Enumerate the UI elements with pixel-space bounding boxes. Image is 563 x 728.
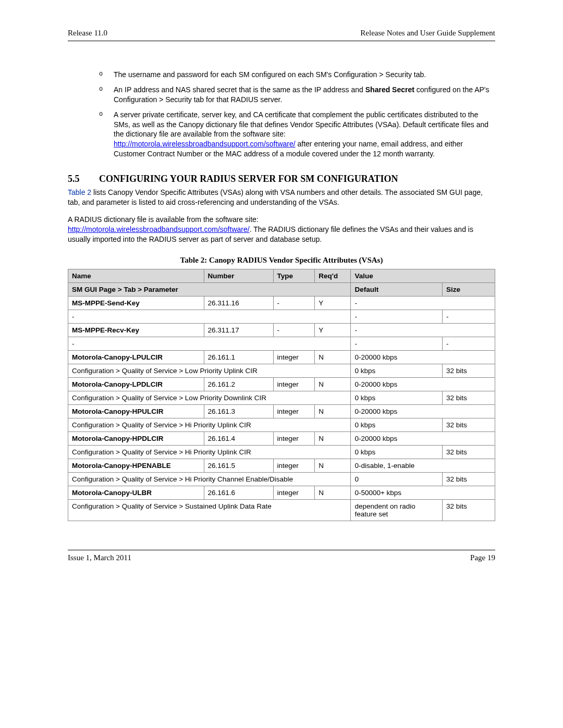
cell-size: 32 bits	[442, 472, 495, 486]
cell-value: 0-20000 kbps	[351, 350, 495, 364]
cell-path: -	[68, 337, 351, 350]
cell-name: Motorola-Canopy-HPULCIR	[68, 404, 204, 418]
cell-number: 26.161.4	[204, 431, 273, 445]
table-row: MS-MPPE-Send-Key26.311.16-Y-	[68, 296, 495, 310]
cell-reqd: N	[315, 459, 351, 472]
cell-size: 32 bits	[442, 499, 495, 521]
footer-left: Issue 1, March 2011	[68, 553, 131, 562]
bullet-list: The username and password for each SM co…	[68, 70, 495, 159]
col-header-reqd: Req'd	[315, 269, 351, 282]
table-row: Configuration > Quality of Service > Low…	[68, 364, 495, 377]
cell-number: 26.311.17	[204, 323, 273, 337]
table-reference-link[interactable]: Table 2	[68, 188, 91, 196]
cell-reqd: N	[315, 377, 351, 391]
vsa-table: Name Number Type Req'd Value SM GUI Page…	[68, 269, 495, 521]
cell-number: 26.161.2	[204, 377, 273, 391]
cell-path: Configuration > Quality of Service > Hi …	[68, 445, 351, 459]
cell-size: 32 bits	[442, 445, 495, 459]
cell-default: 0 kbps	[351, 391, 443, 404]
cell-type: -	[273, 296, 315, 310]
section-title: CONFIGURING YOUR RADIUS SERVER FOR SM CO…	[99, 174, 398, 184]
paragraph: Table 2 lists Canopy Vendor Specific Att…	[68, 188, 495, 207]
paragraph-text-pre: A RADIUS dictionary file is available fr…	[68, 215, 259, 224]
cell-number: 26.161.6	[204, 486, 273, 499]
table-row: Motorola-Canopy-ULBR26.161.6integerN0-50…	[68, 486, 495, 499]
cell-path: Configuration > Quality of Service > Low…	[68, 391, 351, 404]
cell-type: -	[273, 323, 315, 337]
list-item: An IP address and NAS shared secret that…	[99, 85, 495, 105]
table-row: Motorola-Canopy-HPULCIR26.161.3integerN0…	[68, 404, 495, 418]
software-site-link[interactable]: http://motorola.wirelessbroadbandsupport…	[68, 225, 250, 233]
cell-value: 0-20000 kbps	[351, 404, 495, 418]
cell-value: 0-50000+ kbps	[351, 486, 495, 499]
cell-number: 26.161.3	[204, 404, 273, 418]
cell-name: Motorola-Canopy-ULBR	[68, 486, 204, 499]
cell-name: Motorola-Canopy-HPENABLE	[68, 459, 204, 472]
cell-name: Motorola-Canopy-LPULCIR	[68, 350, 204, 364]
cell-size: -	[442, 310, 495, 323]
cell-type: integer	[273, 404, 315, 418]
table-row: ---	[68, 337, 495, 350]
cell-value: -	[351, 323, 495, 337]
cell-number: 26.311.16	[204, 296, 273, 310]
cell-value: 0-20000 kbps	[351, 431, 495, 445]
table-row: Configuration > Quality of Service > Sus…	[68, 499, 495, 521]
cell-path: -	[68, 310, 351, 323]
cell-type: integer	[273, 350, 315, 364]
section-heading: 5.5CONFIGURING YOUR RADIUS SERVER FOR SM…	[68, 174, 495, 184]
table-row: Configuration > Quality of Service > Hi …	[68, 418, 495, 431]
table-row: Configuration > Quality of Service > Low…	[68, 391, 495, 404]
table-header-row-2: SM GUI Page > Tab > Parameter Default Si…	[68, 282, 495, 296]
table-row: Configuration > Quality of Service > Hi …	[68, 472, 495, 486]
table-caption: Table 2: Canopy RADIUS Vendor Specific A…	[68, 256, 495, 265]
table-row: Motorola-Canopy-HPENABLE26.161.5integerN…	[68, 459, 495, 472]
cell-reqd: Y	[315, 296, 351, 310]
table-row: Configuration > Quality of Service > Hi …	[68, 445, 495, 459]
list-item: A server private certificate, server key…	[99, 110, 495, 159]
software-site-link[interactable]: http://motorola.wirelessbroadbandsupport…	[114, 140, 296, 148]
col-header-value: Value	[351, 269, 495, 282]
bullet-text-pre: A server private certificate, server key…	[114, 110, 488, 139]
cell-type: integer	[273, 486, 315, 499]
cell-path: Configuration > Quality of Service > Hi …	[68, 418, 351, 431]
bullet-text-pre: An IP address and NAS shared secret that…	[114, 85, 365, 94]
document-page: Release 11.0 Release Notes and User Guid…	[0, 0, 563, 728]
cell-default: 0	[351, 472, 443, 486]
footer-right: Page 19	[470, 553, 495, 562]
table-row: ---	[68, 310, 495, 323]
cell-default: 0 kbps	[351, 445, 443, 459]
cell-name: Motorola-Canopy-HPDLCIR	[68, 431, 204, 445]
cell-size: -	[442, 337, 495, 350]
table-row: Motorola-Canopy-LPDLCIR26.161.2integerN0…	[68, 377, 495, 391]
table-header-row: Name Number Type Req'd Value	[68, 269, 495, 282]
bullet-text: The username and password for each SM co…	[114, 70, 426, 79]
cell-value: -	[351, 296, 495, 310]
cell-value: 0-disable, 1-enable	[351, 459, 495, 472]
cell-default: dependent on radio feature set	[351, 499, 443, 521]
cell-reqd: N	[315, 404, 351, 418]
cell-type: integer	[273, 377, 315, 391]
col-header-type: Type	[273, 269, 315, 282]
col-header-path: SM GUI Page > Tab > Parameter	[68, 282, 351, 296]
cell-path: Configuration > Quality of Service > Sus…	[68, 499, 351, 521]
cell-number: 26.161.5	[204, 459, 273, 472]
cell-name: Motorola-Canopy-LPDLCIR	[68, 377, 204, 391]
cell-name: MS-MPPE-Recv-Key	[68, 323, 204, 337]
cell-reqd: Y	[315, 323, 351, 337]
bullet-text-bold: Shared Secret	[365, 85, 414, 94]
cell-reqd: N	[315, 431, 351, 445]
col-header-default: Default	[351, 282, 443, 296]
paragraph-text: lists Canopy Vendor Specific Attributes …	[68, 188, 483, 206]
page-header: Release 11.0 Release Notes and User Guid…	[68, 29, 495, 41]
page-footer: Issue 1, March 2011 Page 19	[68, 550, 495, 562]
header-right: Release Notes and User Guide Supplement	[360, 29, 495, 38]
section-number: 5.5	[68, 174, 99, 184]
cell-size: 32 bits	[442, 364, 495, 377]
cell-reqd: N	[315, 350, 351, 364]
table-row: MS-MPPE-Recv-Key26.311.17-Y-	[68, 323, 495, 337]
cell-name: MS-MPPE-Send-Key	[68, 296, 204, 310]
header-left: Release 11.0	[68, 29, 107, 38]
table-row: Motorola-Canopy-LPULCIR26.161.1integerN0…	[68, 350, 495, 364]
col-header-name: Name	[68, 269, 204, 282]
table-row: Motorola-Canopy-HPDLCIR26.161.4integerN0…	[68, 431, 495, 445]
